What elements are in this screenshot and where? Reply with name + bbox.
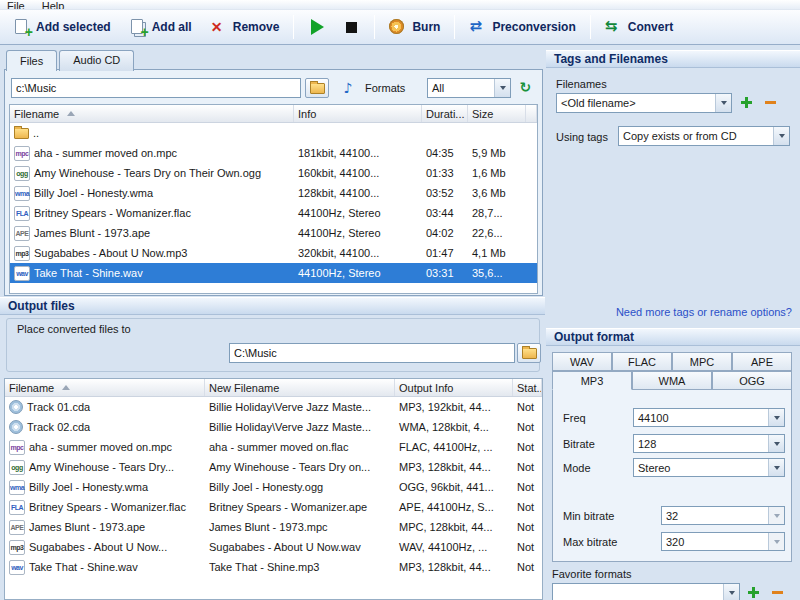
column-header-output-info[interactable]: Output Info — [395, 379, 513, 396]
menubar: File Help — [0, 0, 800, 10]
preconversion-button[interactable]: Preconversion — [461, 15, 583, 39]
column-header-filename[interactable]: Filename — [10, 105, 294, 122]
file-info — [294, 123, 422, 143]
wma-file-icon: wma — [14, 186, 30, 201]
output-row[interactable]: Track 02.cdaBillie Holiday\Verve Jazz Ma… — [5, 417, 542, 437]
music-note-button[interactable] — [339, 78, 359, 98]
stop-button[interactable] — [335, 15, 368, 39]
format-tab-wav[interactable]: WAV — [552, 352, 612, 371]
file-info: 181kbit, 44100... — [294, 143, 422, 163]
format-tab-mp3[interactable]: MP3 — [552, 371, 632, 390]
file-row[interactable]: wmaBilly Joel - Honesty.wma128kbit, 4410… — [10, 183, 537, 203]
chevron-down-icon[interactable] — [768, 409, 784, 426]
chevron-down-icon[interactable] — [768, 533, 784, 550]
file-row[interactable]: .. — [10, 123, 537, 143]
freq-select[interactable]: 44100 — [633, 408, 785, 427]
output-format-title: Output format — [554, 330, 634, 344]
file-row[interactable]: mpcaha - summer moved on.mpc181kbit, 441… — [10, 143, 537, 163]
formats-select[interactable]: All — [427, 78, 511, 98]
format-tab-flac[interactable]: FLAC — [612, 352, 672, 371]
add-all-button[interactable]: Add all — [121, 15, 200, 39]
output-path-input[interactable] — [229, 343, 515, 363]
add-favorite-format-button[interactable] — [748, 587, 759, 598]
output-status: Not — [513, 397, 542, 417]
chevron-down-icon[interactable] — [768, 507, 784, 524]
ogg-file-icon: ogg — [9, 460, 25, 475]
chevron-down-icon[interactable] — [494, 79, 510, 97]
files-page: Formats All Filename Info Durati... Size… — [4, 69, 543, 296]
add-selected-button[interactable]: Add selected — [5, 15, 119, 39]
output-new-filename: Billy Joel - Honesty.ogg — [205, 477, 395, 497]
filenames-select[interactable]: <Old filename> — [556, 93, 732, 113]
column-header-info[interactable]: Info — [294, 105, 422, 122]
browse-folder-button[interactable] — [305, 78, 329, 98]
convert-button[interactable]: Convert — [597, 15, 681, 39]
bitrate-select[interactable]: 128 — [633, 434, 785, 453]
file-duration: 04:02 — [422, 223, 468, 243]
refresh-icon — [518, 80, 535, 96]
file-size: 22,6... — [468, 223, 526, 243]
format-tab-ogg[interactable]: OGG — [712, 371, 792, 390]
chevron-down-icon[interactable] — [715, 94, 731, 112]
play-icon — [308, 19, 325, 35]
remove-filename-scheme-button[interactable] — [765, 101, 776, 104]
output-info: MP3, 192kbit, 44... — [395, 397, 513, 417]
more-tags-link[interactable]: Need more tags or rename options? — [546, 306, 792, 318]
output-browse-folder-button[interactable] — [517, 343, 541, 363]
column-header-output-filename[interactable]: Filename — [5, 379, 205, 396]
max-bitrate-select[interactable]: 320 — [661, 532, 785, 551]
output-info: MP3, 128kbit, 44... — [395, 457, 513, 477]
column-header-new-filename[interactable]: New Filename — [205, 379, 395, 396]
output-row[interactable]: FLABritney Spears - Womanizer.flacBritne… — [5, 497, 542, 517]
max-bitrate-label: Max bitrate — [563, 536, 617, 548]
burn-button[interactable]: Burn — [381, 15, 448, 39]
play-button[interactable] — [300, 15, 333, 39]
file-row[interactable]: oggAmy Winehouse - Tears Dry on Their Ow… — [10, 163, 537, 183]
source-tabs: Files Audio CD — [6, 50, 136, 71]
file-row[interactable]: wavTake That - Shine.wav44100Hz, Stereo0… — [10, 263, 537, 283]
chevron-down-icon[interactable] — [768, 435, 784, 452]
column-header-duration[interactable]: Durati... — [422, 105, 468, 122]
mode-select[interactable]: Stereo — [633, 458, 785, 477]
add-filename-scheme-button[interactable] — [741, 97, 752, 108]
output-row[interactable]: oggAmy Winehouse - Tears Dry...Amy Wineh… — [5, 457, 542, 477]
file-duration — [422, 123, 468, 143]
output-new-filename: Britney Spears - Womanizer.ape — [205, 497, 395, 517]
remove-button[interactable]: Remove — [202, 15, 288, 39]
favorite-formats-label: Favorite formats — [552, 568, 631, 580]
file-row[interactable]: mp3Sugababes - About U Now.mp3320kbit, 4… — [10, 243, 537, 263]
output-file-name: Track 01.cda — [5, 397, 205, 417]
file-duration: 01:33 — [422, 163, 468, 183]
output-row[interactable]: wmaBilly Joel - Honesty.wmaBilly Joel - … — [5, 477, 542, 497]
min-bitrate-select[interactable]: 32 — [661, 506, 785, 525]
column-header-size[interactable]: Size — [468, 105, 526, 122]
refresh-button[interactable] — [516, 78, 536, 98]
remove-favorite-format-button[interactable] — [772, 591, 783, 594]
output-file-name: mpcaha - summer moved on.mpc — [5, 437, 205, 457]
format-tab-mpc[interactable]: MPC — [672, 352, 732, 371]
output-info: WAV, 44100Hz, ... — [395, 537, 513, 557]
chevron-down-icon[interactable] — [723, 584, 739, 600]
chevron-down-icon[interactable] — [773, 127, 789, 145]
file-row[interactable]: FLABritney Spears - Womanizer.flac44100H… — [10, 203, 537, 223]
column-label: Filename — [9, 382, 54, 394]
output-row[interactable]: mp3Sugababes - About U Now...Sugababes -… — [5, 537, 542, 557]
chevron-down-icon[interactable] — [768, 459, 784, 476]
format-tab-ape[interactable]: APE — [732, 352, 792, 371]
output-row[interactable]: Track 01.cdaBillie Holiday\Verve Jazz Ma… — [5, 397, 542, 417]
column-header-filler — [526, 105, 537, 122]
output-row[interactable]: wavTake That - Shine.wavTake That - Shin… — [5, 557, 542, 577]
source-path-input[interactable] — [11, 78, 301, 98]
menu-help[interactable]: Help — [35, 0, 72, 10]
output-row[interactable]: mpcaha - summer moved on.mpcaha - summer… — [5, 437, 542, 457]
using-tags-select[interactable]: Copy exists or from CD — [618, 126, 790, 146]
favorite-formats-select[interactable] — [552, 583, 740, 600]
tab-audio-cd[interactable]: Audio CD — [59, 50, 134, 71]
file-row[interactable]: APEJames Blunt - 1973.ape44100Hz, Stereo… — [10, 223, 537, 243]
tab-files[interactable]: Files — [6, 50, 57, 71]
menu-file[interactable]: File — [0, 0, 32, 10]
format-tab-wma[interactable]: WMA — [632, 371, 712, 390]
output-row[interactable]: APEJames Blunt - 1973.apeJames Blunt - 1… — [5, 517, 542, 537]
file-info: 44100Hz, Stereo — [294, 263, 422, 283]
column-header-status[interactable]: Stat... — [513, 379, 542, 396]
